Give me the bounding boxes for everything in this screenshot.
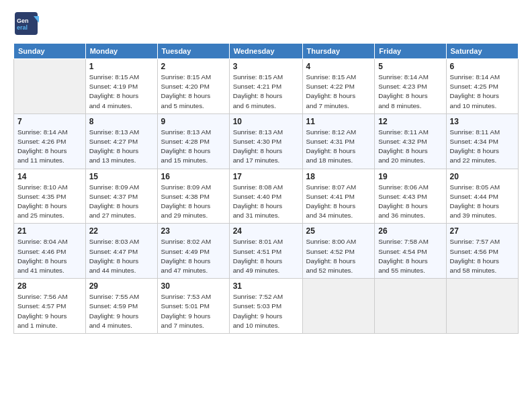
calendar-body: 1Sunrise: 8:15 AM Sunset: 4:19 PM Daylig… bbox=[14, 59, 519, 334]
day-info: Sunrise: 8:14 AM Sunset: 4:26 PM Dayligh… bbox=[17, 128, 82, 166]
calendar-cell: 16Sunrise: 8:09 AM Sunset: 4:38 PM Dayli… bbox=[157, 169, 229, 224]
calendar-cell bbox=[375, 279, 446, 334]
calendar-cell: 21Sunrise: 8:04 AM Sunset: 4:46 PM Dayli… bbox=[14, 224, 86, 279]
day-info: Sunrise: 8:05 AM Sunset: 4:44 PM Dayligh… bbox=[450, 183, 515, 221]
calendar-cell: 3Sunrise: 8:15 AM Sunset: 4:21 PM Daylig… bbox=[229, 59, 302, 114]
day-info: Sunrise: 8:11 AM Sunset: 4:34 PM Dayligh… bbox=[450, 128, 515, 166]
calendar-cell: 22Sunrise: 8:03 AM Sunset: 4:47 PM Dayli… bbox=[85, 224, 157, 279]
day-info: Sunrise: 8:14 AM Sunset: 4:23 PM Dayligh… bbox=[378, 73, 442, 111]
header-cell-thursday: Thursday bbox=[302, 44, 375, 59]
day-number: 19 bbox=[378, 172, 442, 181]
day-number: 31 bbox=[233, 281, 299, 291]
logo-icon: Gen eral bbox=[13, 11, 39, 36]
day-number: 16 bbox=[161, 172, 226, 181]
calendar-cell: 26Sunrise: 7:58 AM Sunset: 4:54 PM Dayli… bbox=[375, 224, 446, 279]
day-number: 13 bbox=[450, 117, 515, 126]
svg-text:eral: eral bbox=[17, 24, 28, 31]
day-info: Sunrise: 8:09 AM Sunset: 4:37 PM Dayligh… bbox=[89, 183, 154, 221]
day-info: Sunrise: 7:53 AM Sunset: 5:01 PM Dayligh… bbox=[161, 292, 226, 330]
day-info: Sunrise: 8:15 AM Sunset: 4:21 PM Dayligh… bbox=[233, 73, 299, 111]
day-number: 21 bbox=[17, 226, 82, 236]
calendar-cell: 2Sunrise: 8:15 AM Sunset: 4:20 PM Daylig… bbox=[157, 59, 229, 114]
day-info: Sunrise: 7:57 AM Sunset: 4:56 PM Dayligh… bbox=[450, 237, 515, 275]
day-info: Sunrise: 8:15 AM Sunset: 4:20 PM Dayligh… bbox=[161, 73, 226, 111]
page: Gen eral SundayMondayTuesdayWednesdayThu… bbox=[0, 0, 532, 411]
header-cell-tuesday: Tuesday bbox=[157, 44, 229, 59]
day-info: Sunrise: 8:15 AM Sunset: 4:22 PM Dayligh… bbox=[306, 73, 371, 111]
day-number: 10 bbox=[233, 117, 299, 126]
logo: Gen eral bbox=[13, 11, 42, 36]
calendar-cell: 12Sunrise: 8:11 AM Sunset: 4:32 PM Dayli… bbox=[375, 113, 446, 169]
day-info: Sunrise: 8:06 AM Sunset: 4:43 PM Dayligh… bbox=[378, 183, 442, 221]
header-cell-monday: Monday bbox=[85, 44, 157, 59]
day-number: 28 bbox=[17, 281, 82, 291]
calendar-cell: 18Sunrise: 8:07 AM Sunset: 4:41 PM Dayli… bbox=[302, 169, 375, 224]
calendar-cell: 5Sunrise: 8:14 AM Sunset: 4:23 PM Daylig… bbox=[375, 59, 446, 114]
day-info: Sunrise: 8:07 AM Sunset: 4:41 PM Dayligh… bbox=[306, 183, 371, 221]
day-number: 25 bbox=[306, 226, 371, 236]
header-cell-sunday: Sunday bbox=[14, 44, 86, 59]
calendar-cell bbox=[446, 279, 519, 334]
week-row-4: 28Sunrise: 7:56 AM Sunset: 4:57 PM Dayli… bbox=[14, 279, 519, 334]
header-cell-saturday: Saturday bbox=[446, 44, 519, 59]
day-number: 8 bbox=[89, 117, 154, 126]
calendar-cell: 19Sunrise: 8:06 AM Sunset: 4:43 PM Dayli… bbox=[375, 169, 446, 224]
day-number: 5 bbox=[378, 62, 442, 71]
day-info: Sunrise: 8:08 AM Sunset: 4:40 PM Dayligh… bbox=[233, 183, 299, 221]
calendar-cell: 9Sunrise: 8:13 AM Sunset: 4:28 PM Daylig… bbox=[157, 113, 229, 169]
calendar-cell: 13Sunrise: 8:11 AM Sunset: 4:34 PM Dayli… bbox=[446, 113, 519, 169]
day-info: Sunrise: 8:01 AM Sunset: 4:51 PM Dayligh… bbox=[233, 237, 299, 275]
day-info: Sunrise: 8:15 AM Sunset: 4:19 PM Dayligh… bbox=[89, 73, 154, 111]
calendar-cell: 31Sunrise: 7:52 AM Sunset: 5:03 PM Dayli… bbox=[229, 279, 302, 334]
calendar-cell: 10Sunrise: 8:13 AM Sunset: 4:30 PM Dayli… bbox=[229, 113, 302, 169]
day-number: 30 bbox=[161, 281, 226, 291]
day-number: 27 bbox=[450, 226, 515, 236]
day-info: Sunrise: 8:13 AM Sunset: 4:28 PM Dayligh… bbox=[161, 128, 226, 166]
day-number: 23 bbox=[161, 226, 226, 236]
calendar-cell: 20Sunrise: 8:05 AM Sunset: 4:44 PM Dayli… bbox=[446, 169, 519, 224]
day-info: Sunrise: 7:58 AM Sunset: 4:54 PM Dayligh… bbox=[378, 237, 442, 275]
day-number: 29 bbox=[89, 281, 154, 291]
day-number: 14 bbox=[17, 172, 82, 181]
header-cell-friday: Friday bbox=[375, 44, 446, 59]
day-number: 4 bbox=[306, 62, 371, 71]
day-info: Sunrise: 8:02 AM Sunset: 4:49 PM Dayligh… bbox=[161, 237, 226, 275]
day-info: Sunrise: 8:14 AM Sunset: 4:25 PM Dayligh… bbox=[450, 73, 515, 111]
day-number: 11 bbox=[306, 117, 371, 126]
day-number: 20 bbox=[450, 172, 515, 181]
day-info: Sunrise: 8:13 AM Sunset: 4:27 PM Dayligh… bbox=[89, 128, 154, 166]
week-row-3: 21Sunrise: 8:04 AM Sunset: 4:46 PM Dayli… bbox=[14, 224, 519, 279]
calendar-cell: 14Sunrise: 8:10 AM Sunset: 4:35 PM Dayli… bbox=[14, 169, 86, 224]
day-number: 1 bbox=[89, 62, 154, 71]
week-row-0: 1Sunrise: 8:15 AM Sunset: 4:19 PM Daylig… bbox=[14, 59, 519, 114]
calendar-cell: 28Sunrise: 7:56 AM Sunset: 4:57 PM Dayli… bbox=[14, 279, 86, 334]
calendar-cell: 6Sunrise: 8:14 AM Sunset: 4:25 PM Daylig… bbox=[446, 59, 519, 114]
day-info: Sunrise: 7:55 AM Sunset: 4:59 PM Dayligh… bbox=[89, 292, 154, 330]
calendar-cell: 29Sunrise: 7:55 AM Sunset: 4:59 PM Dayli… bbox=[85, 279, 157, 334]
day-info: Sunrise: 8:09 AM Sunset: 4:38 PM Dayligh… bbox=[161, 183, 226, 221]
day-number: 12 bbox=[378, 117, 442, 126]
calendar-cell: 27Sunrise: 7:57 AM Sunset: 4:56 PM Dayli… bbox=[446, 224, 519, 279]
day-number: 9 bbox=[161, 117, 226, 126]
day-info: Sunrise: 8:03 AM Sunset: 4:47 PM Dayligh… bbox=[89, 237, 154, 275]
day-info: Sunrise: 8:10 AM Sunset: 4:35 PM Dayligh… bbox=[17, 183, 82, 221]
day-number: 2 bbox=[161, 62, 226, 71]
header: Gen eral bbox=[13, 11, 519, 36]
day-info: Sunrise: 8:12 AM Sunset: 4:31 PM Dayligh… bbox=[306, 128, 371, 166]
day-info: Sunrise: 8:13 AM Sunset: 4:30 PM Dayligh… bbox=[233, 128, 299, 166]
day-info: Sunrise: 8:00 AM Sunset: 4:52 PM Dayligh… bbox=[306, 237, 371, 275]
day-info: Sunrise: 7:52 AM Sunset: 5:03 PM Dayligh… bbox=[233, 292, 299, 330]
day-number: 24 bbox=[233, 226, 299, 236]
calendar-cell: 17Sunrise: 8:08 AM Sunset: 4:40 PM Dayli… bbox=[229, 169, 302, 224]
day-number: 6 bbox=[450, 62, 515, 71]
svg-text:Gen: Gen bbox=[17, 17, 29, 24]
week-row-1: 7Sunrise: 8:14 AM Sunset: 4:26 PM Daylig… bbox=[14, 113, 519, 169]
day-info: Sunrise: 8:11 AM Sunset: 4:32 PM Dayligh… bbox=[378, 128, 442, 166]
day-number: 18 bbox=[306, 172, 371, 181]
day-number: 22 bbox=[89, 226, 154, 236]
day-number: 7 bbox=[17, 117, 82, 126]
day-info: Sunrise: 7:56 AM Sunset: 4:57 PM Dayligh… bbox=[17, 292, 82, 330]
calendar-cell: 4Sunrise: 8:15 AM Sunset: 4:22 PM Daylig… bbox=[302, 59, 375, 114]
calendar-table: SundayMondayTuesdayWednesdayThursdayFrid… bbox=[13, 43, 519, 334]
calendar-cell: 30Sunrise: 7:53 AM Sunset: 5:01 PM Dayli… bbox=[157, 279, 229, 334]
